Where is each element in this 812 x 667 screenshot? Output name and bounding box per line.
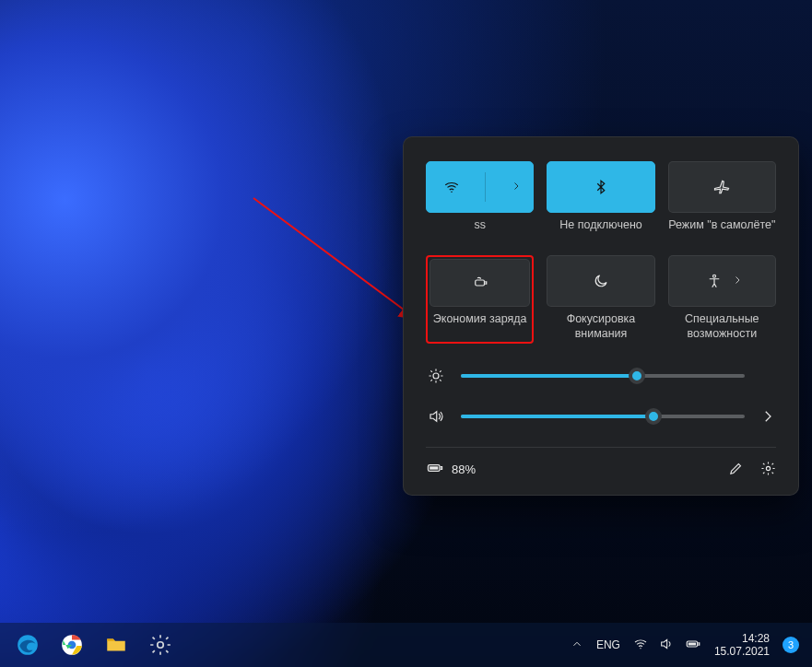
volume-icon [426,408,446,425]
brightness-thumb[interactable] [629,368,645,384]
battery-saver-icon [472,275,488,291]
battery-saver-highlight: Экономия заряда [426,255,534,344]
volume-slider[interactable] [461,415,745,418]
settings-button[interactable] [760,461,776,479]
airplane-tile[interactable] [668,161,776,213]
svg-point-3 [713,275,716,277]
taskbar-left [6,623,182,667]
tray-volume-icon[interactable] [659,637,674,654]
brightness-fill [461,374,637,378]
bluetooth-icon [593,179,609,195]
airplane-label: Режим "в самолёте" [668,213,776,246]
system-tray[interactable] [633,636,701,655]
volume-slider-row [426,408,776,425]
tray-overflow-chevron[interactable] [571,638,583,653]
chevron-right-icon[interactable] [732,273,743,289]
bluetooth-tile[interactable] [547,161,654,213]
battery-saver-label: Экономия заряда [430,307,530,340]
accessibility-label: Специальные возможности [668,307,776,341]
accessibility-tile[interactable] [668,255,776,307]
brightness-slider[interactable] [461,374,745,378]
svg-point-4 [433,373,439,379]
battery-percent: 88% [452,462,476,476]
language-indicator[interactable]: ENG [596,638,620,651]
settings-app-icon[interactable] [138,623,182,667]
taskbar-date: 15.07.2021 [714,645,770,658]
wifi-icon [443,179,460,195]
brightness-slider-row [426,368,776,384]
taskbar: ENG 14:28 15.07.2021 3 [0,623,812,667]
battery-saver-tile[interactable] [430,259,530,307]
svg-point-11 [158,642,164,649]
taskbar-time: 14:28 [742,632,770,645]
svg-point-1 [451,192,453,193]
svg-rect-14 [688,642,696,645]
volume-fill [461,415,653,418]
wifi-tile[interactable] [426,161,534,213]
quick-settings-panel: ss Не подключено Режим "в самолёте" [403,136,799,496]
tray-wifi-icon[interactable] [633,637,648,654]
taskbar-clock[interactable]: 14:28 15.07.2021 [714,632,770,659]
taskbar-right: ENG 14:28 15.07.2021 3 [571,632,799,659]
svg-point-7 [766,466,770,470]
accessibility-icon [706,273,723,289]
focus-assist-label: Фокусировка внимания [547,307,654,341]
svg-rect-6 [430,466,438,469]
svg-point-12 [640,648,641,649]
edge-app-icon[interactable] [6,623,50,667]
battery-icon [426,459,444,480]
volume-thumb[interactable] [645,408,662,425]
chevron-right-icon[interactable] [511,179,522,195]
edit-button[interactable] [728,461,744,479]
bluetooth-label: Не подключено [547,213,654,246]
explorer-app-icon[interactable] [94,623,138,667]
battery-status[interactable]: 88% [426,459,476,480]
notification-badge[interactable]: 3 [783,637,799,653]
moon-icon [593,273,609,289]
tray-battery-icon[interactable] [685,636,701,655]
focus-assist-tile[interactable] [547,255,654,307]
wifi-label: ss [426,213,534,246]
panel-footer: 88% [426,447,776,480]
brightness-icon [426,368,446,384]
airplane-icon [713,179,730,195]
volume-expand-chevron[interactable] [759,408,776,425]
quick-settings-grid: ss Не подключено Режим "в самолёте" [426,161,776,344]
svg-rect-2 [475,280,484,286]
chrome-app-icon[interactable] [50,623,94,667]
